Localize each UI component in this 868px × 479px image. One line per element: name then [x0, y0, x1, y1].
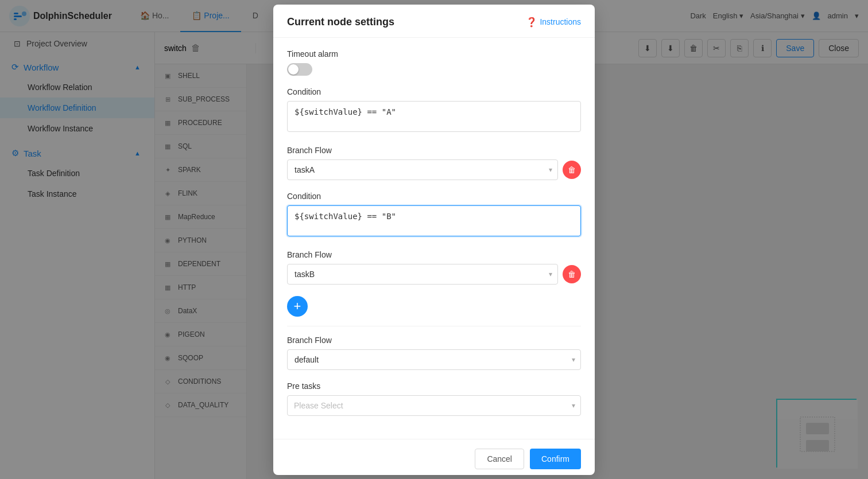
modal-body: Timeout alarm Condition ${switchValue} =… [273, 38, 595, 439]
condition-block-1: Condition ${switchValue} == "A" Branch F… [287, 87, 581, 180]
condition-1-label: Condition [287, 87, 581, 96]
condition-1-section: Condition ${switchValue} == "A" [287, 87, 581, 134]
pre-tasks-section: Pre tasks ▾ Please Select [287, 381, 581, 416]
branch-flow-2-row: taskB ▾ 🗑 [287, 264, 581, 285]
pre-tasks-select-wrap: ▾ Please Select [287, 395, 581, 416]
branch-flow-1-section: Branch Flow taskA ▾ 🗑 [287, 146, 581, 180]
timeout-alarm-toggle-wrap [287, 63, 581, 76]
delete-condition-2-button[interactable]: 🗑 [563, 265, 581, 283]
default-branch-select[interactable]: default [287, 349, 581, 370]
confirm-button[interactable]: Confirm [530, 449, 581, 469]
branch-flow-2-select-wrap: taskB ▾ [287, 264, 558, 285]
condition-2-label: Condition [287, 192, 581, 201]
branch-flow-2-section: Branch Flow taskB ▾ 🗑 [287, 250, 581, 285]
modal-dialog: Current node settings ❓ Instructions Tim… [273, 5, 595, 475]
branch-flow-1-select-wrap: taskA ▾ [287, 159, 558, 180]
branch-flow-1-row: taskA ▾ 🗑 [287, 159, 581, 180]
condition-2-section: Condition ${switchValue} == "B" [287, 192, 581, 239]
delete-condition-1-button[interactable]: 🗑 [563, 161, 581, 179]
modal-header: Current node settings ❓ Instructions [273, 5, 595, 38]
timeout-alarm-section: Timeout alarm [287, 49, 581, 76]
condition-block-2: Condition ${switchValue} == "B" Branch F… [287, 192, 581, 285]
instructions-link[interactable]: ❓ Instructions [526, 17, 581, 28]
branch-flow-1-select[interactable]: taskA [287, 159, 558, 180]
default-branch-label: Branch Flow [287, 336, 581, 345]
branch-flow-2-select[interactable]: taskB [287, 264, 558, 285]
timeout-alarm-toggle[interactable] [287, 63, 312, 76]
condition-2-input[interactable]: ${switchValue} == "B" [287, 205, 581, 236]
branch-flow-1-label: Branch Flow [287, 146, 581, 155]
modal-footer: Cancel Confirm [273, 439, 595, 475]
pre-tasks-label: Pre tasks [287, 381, 581, 391]
pre-tasks-select[interactable] [287, 395, 581, 416]
modal-overlay[interactable]: Current node settings ❓ Instructions Tim… [0, 0, 868, 479]
divider [287, 326, 581, 326]
condition-1-input[interactable]: ${switchValue} == "A" [287, 101, 581, 132]
default-branch-section: Branch Flow default ▾ [287, 336, 581, 370]
question-icon: ❓ [526, 17, 537, 28]
add-condition-button[interactable]: + [287, 296, 308, 317]
timeout-alarm-label: Timeout alarm [287, 49, 581, 59]
default-branch-select-wrap: default ▾ [287, 349, 581, 370]
toggle-knob [288, 64, 299, 75]
cancel-button[interactable]: Cancel [475, 449, 524, 469]
branch-flow-2-label: Branch Flow [287, 250, 581, 259]
modal-title: Current node settings [287, 16, 394, 28]
